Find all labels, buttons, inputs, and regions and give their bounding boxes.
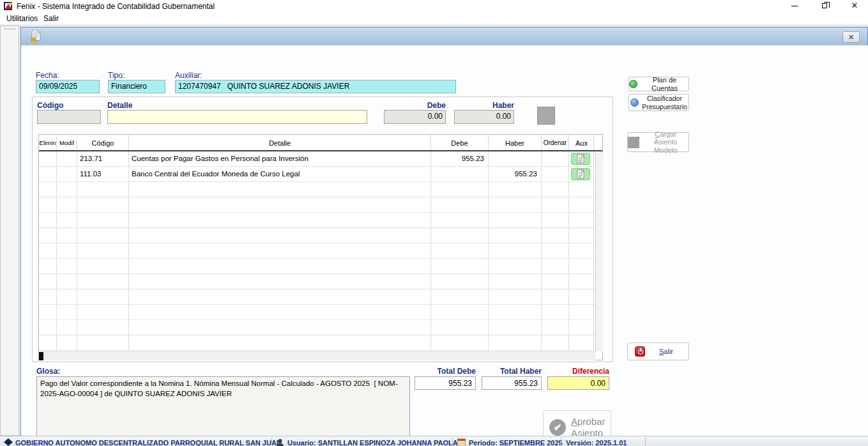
form-body: Fecha: Tipo: Auxiliar: 09/09/2025 Financ…: [22, 45, 868, 436]
journal-icon: [30, 31, 43, 43]
status-version: Versión: 2025.1.01: [566, 439, 627, 446]
window-title: Fenix - Sistema Integrado de Contabilida…: [17, 2, 215, 11]
col-modif: Modif: [57, 135, 77, 150]
grid-header: Elimin Modif Código Detalle Debe Haber O…: [39, 135, 602, 151]
entry-action-button[interactable]: [537, 107, 555, 125]
app-icon: [4, 1, 13, 11]
glosa-textarea[interactable]: Pago del Valor correspondiente a la Nomi…: [36, 376, 410, 444]
plan-de-cuentas-button[interactable]: Plan de Cuentas: [628, 77, 689, 91]
col-aux: Aux: [569, 135, 594, 150]
col-elimin: Elimin: [39, 135, 57, 150]
child-titlebar: ✕: [21, 27, 867, 45]
entity-icon: [4, 438, 13, 446]
haber-label: Haber: [454, 101, 514, 110]
tipo-field[interactable]: Financiero: [108, 80, 165, 93]
auxiliar-field[interactable]: 1207470947 QUINTO SUAREZ ADONIS JAVIER: [175, 80, 456, 93]
minimize-button[interactable]: [784, 0, 805, 12]
blue-sphere-icon: [630, 98, 639, 107]
collapsed-side-panel[interactable]: [0, 26, 19, 436]
codigo-label: Código: [37, 101, 63, 110]
gray-square-icon: [628, 137, 639, 148]
aux-button[interactable]: [571, 168, 590, 180]
total-haber-label: Total Haber: [482, 367, 542, 376]
fecha-label: Fecha:: [36, 71, 59, 80]
fecha-field[interactable]: 09/09/2025: [36, 80, 100, 93]
salir-button[interactable]: Salir: [627, 342, 689, 360]
window-titlebar: Fenix - Sistema Integrado de Contabilida…: [0, 0, 868, 12]
grid-horizontal-scrollbar[interactable]: [39, 351, 595, 360]
col-ordenar: Ordenar: [542, 135, 569, 150]
status-periodo: Periodo: SEPTIEMBRE 2025: [469, 439, 563, 446]
status-entity: GOBIERNO AUTONOMO DESCENTRALIZADO PARROQ…: [15, 439, 282, 446]
col-haber: Haber: [489, 135, 542, 150]
table-row: [39, 335, 602, 351]
table-row: [39, 259, 602, 274]
close-button[interactable]: ✕: [844, 0, 865, 12]
debe-input[interactable]: 0.00: [384, 110, 446, 124]
col-codigo: Código: [77, 135, 129, 150]
total-haber-field: 955.23: [482, 376, 542, 390]
codigo-input[interactable]: [37, 110, 101, 124]
table-row[interactable]: 111.03Banco Central del Ecuador Moneda d…: [39, 167, 602, 182]
menu-bar: Utilitarios Salir: [0, 12, 868, 24]
asiento-window: ✕ Fecha: Tipo: Auxiliar: 09/09/2025 Fina…: [20, 27, 868, 436]
diferencia-label: Diferencia: [547, 367, 609, 376]
user-icon: [276, 438, 284, 446]
child-close-button[interactable]: ✕: [842, 31, 860, 43]
haber-input[interactable]: 0.00: [454, 110, 514, 124]
table-row[interactable]: 213.71Cuentas por Pagar Gastos en Person…: [39, 151, 602, 167]
glosa-label: Glosa:: [36, 367, 60, 376]
menu-salir[interactable]: Salir: [41, 13, 61, 24]
diferencia-field: 0.00: [547, 376, 609, 390]
scrollbar-thumb[interactable]: [39, 352, 43, 360]
cargar-asiento-modelo-button[interactable]: Cargar AsientoModelo: [627, 132, 689, 152]
table-row: [39, 274, 602, 289]
table-row: [39, 243, 602, 259]
table-row: [39, 182, 602, 197]
table-row: [39, 289, 602, 305]
table-row: [39, 228, 602, 243]
grid-vertical-scrollbar[interactable]: [595, 153, 603, 351]
table-row: [39, 197, 602, 213]
tipo-label: Tipo:: [108, 71, 125, 80]
status-bar: GOBIERNO AUTONOMO DESCENTRALIZADO PARROQ…: [0, 436, 868, 446]
debe-label: Debe: [384, 101, 446, 110]
auxiliar-label: Auxiliar:: [175, 71, 202, 80]
restore-button[interactable]: [815, 0, 835, 12]
total-debe-field: 955.23: [415, 376, 476, 390]
table-row: [39, 305, 602, 320]
detail-groupbox: Código Detalle Debe Haber 0.00 0.00 Elim…: [32, 96, 613, 362]
table-row: [39, 213, 602, 228]
grid-body: 213.71Cuentas por Pagar Gastos en Person…: [39, 151, 602, 351]
mdi-workspace: ✕ Fecha: Tipo: Auxiliar: 09/09/2025 Fina…: [0, 24, 868, 436]
aux-button[interactable]: [571, 153, 590, 165]
detalle-input[interactable]: [107, 110, 367, 124]
green-sphere-icon: [629, 80, 637, 88]
col-debe: Debe: [431, 135, 489, 150]
splitter-grip[interactable]: [4, 29, 15, 30]
table-row: [39, 320, 602, 335]
aprobar-label: Aprobar Asiento: [571, 416, 605, 438]
col-detalle: Detalle: [129, 135, 431, 150]
calendar-icon: [457, 438, 466, 446]
menu-utilitarios[interactable]: Utilitarios: [4, 13, 40, 24]
check-circle-icon: ✔: [549, 419, 566, 436]
status-usuario: Usuario: SANTILLAN ESPINOZA JOHANNA PAOL…: [287, 439, 458, 446]
total-debe-label: Total Debe: [415, 367, 476, 376]
power-icon: [635, 346, 645, 357]
clasificador-presupuestario-button[interactable]: ClasificadorPresupuestario: [628, 94, 689, 111]
entries-grid: Elimin Modif Código Detalle Debe Haber O…: [38, 134, 603, 360]
restore-icon: [822, 3, 827, 8]
detalle-label: Detalle: [107, 101, 132, 110]
